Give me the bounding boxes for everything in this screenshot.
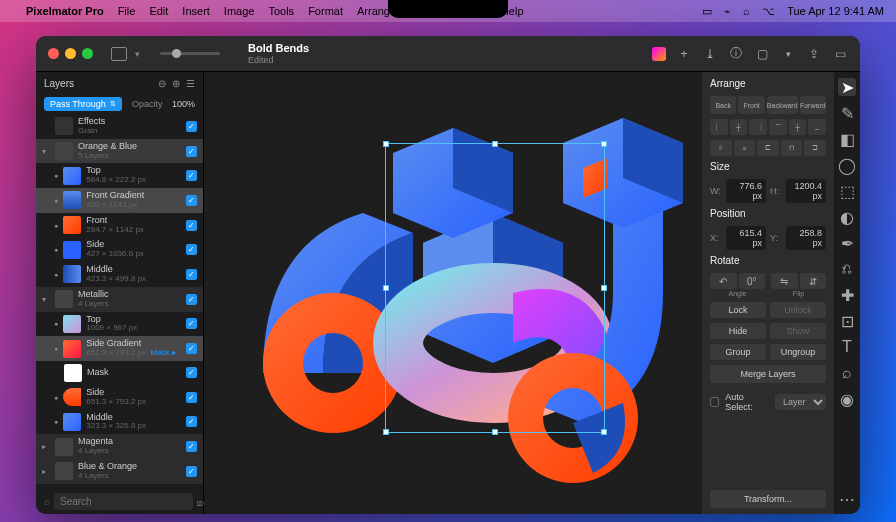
menu-edit[interactable]: Edit — [149, 5, 168, 17]
zoom-slider[interactable] — [160, 52, 220, 55]
visibility-checkbox[interactable]: ✓ — [186, 441, 197, 452]
lock-button[interactable]: Lock — [710, 302, 766, 318]
menu-file[interactable]: File — [118, 5, 136, 17]
visibility-checkbox[interactable]: ✓ — [186, 146, 197, 157]
selection-tool-icon[interactable]: ⬚ — [838, 182, 856, 200]
app-menu[interactable]: Pixelmator Pro — [26, 5, 104, 17]
shape-tool-icon[interactable]: ◯ — [838, 156, 856, 174]
visibility-checkbox[interactable]: ✓ — [186, 121, 197, 132]
layer-row[interactable]: ▸ Magenta 4 Layers ✓ — [36, 434, 203, 459]
battery-icon[interactable]: ▭ — [702, 5, 712, 18]
fill-tool-icon[interactable]: ◐ — [838, 208, 856, 226]
align-center-v-button[interactable]: ┼ — [789, 119, 807, 135]
crop-icon[interactable]: ▢ — [754, 46, 770, 62]
group-button[interactable]: Group — [710, 344, 766, 360]
arrange-tool-icon[interactable]: ➤ — [838, 78, 856, 96]
disclosure-icon[interactable]: ▾ — [42, 147, 50, 156]
layer-search-input[interactable] — [54, 493, 193, 510]
visibility-checkbox[interactable]: ✓ — [186, 343, 197, 354]
layer-row[interactable]: ▾ Metallic 4 Layers ✓ — [36, 287, 203, 312]
layers-filter-icon[interactable]: ⊖ — [158, 78, 166, 89]
zoom-tool-icon[interactable]: ⌕ — [838, 364, 856, 382]
merge-button[interactable]: Merge Layers — [710, 365, 826, 383]
visibility-checkbox[interactable]: ✓ — [186, 392, 197, 403]
order-forward-button[interactable]: Forward — [800, 96, 826, 114]
visibility-checkbox[interactable]: ✓ — [186, 195, 197, 206]
inspector-toggle-icon[interactable]: ▭ — [832, 46, 848, 62]
disclosure-icon[interactable]: ▸ — [42, 442, 50, 451]
visibility-checkbox[interactable]: ✓ — [186, 466, 197, 477]
flip-h-button[interactable]: ⇋ — [771, 273, 798, 289]
search-icon[interactable]: ⌕ — [743, 5, 750, 17]
layer-row[interactable]: Effects Grain ✓ — [36, 114, 203, 139]
menu-format[interactable]: Format — [308, 5, 343, 17]
disclosure-icon[interactable]: ▸ — [42, 467, 50, 476]
flip-v-button[interactable]: ⇵ — [800, 273, 827, 289]
menu-image[interactable]: Image — [224, 5, 255, 17]
layer-row[interactable]: ● Front 284.7 × 1142 px ✓ — [36, 213, 203, 238]
erase-tool-icon[interactable]: ◧ — [838, 130, 856, 148]
visibility-checkbox[interactable]: ✓ — [186, 269, 197, 280]
wifi-icon[interactable]: ⌁ — [724, 5, 731, 18]
share-icon[interactable]: ⇪ — [806, 46, 822, 62]
distribute-v-button[interactable]: ≡ — [734, 140, 756, 156]
pen-tool-icon[interactable]: ✒ — [838, 234, 856, 252]
auto-select-checkbox[interactable] — [710, 397, 719, 407]
distribute-h-button[interactable]: ⦀ — [710, 140, 732, 156]
y-field[interactable]: 258.8 px — [786, 226, 826, 250]
layer-row[interactable]: ▾ Orange & Blue 5 Layers ✓ — [36, 139, 203, 164]
opacity-value[interactable]: 100% — [172, 99, 195, 109]
layer-row[interactable]: ● Top 1009 × 967 px ✓ — [36, 312, 203, 337]
transform-button[interactable]: Transform... — [710, 490, 826, 508]
distribute-center-button[interactable]: ⊓ — [781, 140, 803, 156]
rotate-angle-field[interactable]: 0° — [739, 273, 766, 289]
order-front-button[interactable]: Front — [738, 96, 764, 114]
align-right-button[interactable]: ⎹ — [749, 119, 767, 135]
layer-row[interactable]: ● Middle 423.3 × 499.8 px ✓ — [36, 262, 203, 287]
order-back-button[interactable]: Back — [710, 96, 736, 114]
layer-row[interactable]: ● Side 651.3 × 793.2 px ✓ — [36, 385, 203, 410]
chevron-down-icon[interactable]: ▾ — [780, 46, 796, 62]
distribute-left-button[interactable]: ⊏ — [757, 140, 779, 156]
minimize-button[interactable] — [65, 48, 76, 59]
sidebar-toggle-icon[interactable] — [111, 47, 127, 61]
hide-button[interactable]: Hide — [710, 323, 766, 339]
visibility-checkbox[interactable]: ✓ — [186, 367, 197, 378]
visibility-checkbox[interactable]: ✓ — [186, 318, 197, 329]
layer-row[interactable]: ● Side Gradient 651.3 × 793.2 px Mask ▸ … — [36, 336, 203, 361]
menubar-clock[interactable]: Tue Apr 12 9:41 AM — [787, 5, 884, 17]
canvas[interactable] — [204, 72, 702, 514]
type-tool-icon[interactable]: T — [838, 338, 856, 356]
width-field[interactable]: 776.6 px — [726, 179, 766, 203]
layer-row[interactable]: ● Middle 323.3 × 326.8 px ✓ — [36, 410, 203, 435]
order-backward-button[interactable]: Backward — [767, 96, 798, 114]
visibility-checkbox[interactable]: ✓ — [186, 220, 197, 231]
add-icon[interactable]: + — [676, 46, 692, 62]
layers-menu-icon[interactable]: ☰ — [186, 78, 195, 89]
layer-row[interactable]: Mask ✓ — [36, 361, 203, 385]
more-tools-icon[interactable]: ⋯ — [838, 490, 856, 508]
export-icon[interactable]: ⤓ — [702, 46, 718, 62]
align-left-button[interactable]: ⎸ — [710, 119, 728, 135]
layer-row[interactable]: ● Front Gradient 420 × 1143 px ✓ — [36, 188, 203, 213]
distribute-right-button[interactable]: ⊐ — [804, 140, 826, 156]
blend-mode-select[interactable]: Pass Through ⇅ — [44, 97, 122, 111]
visibility-checkbox[interactable]: ✓ — [186, 416, 197, 427]
visibility-checkbox[interactable]: ✓ — [186, 244, 197, 255]
layer-row[interactable]: ● Side 427 × 1036.6 px ✓ — [36, 237, 203, 262]
layer-row[interactable]: ● Top 584.8 × 222.2 px ✓ — [36, 163, 203, 188]
control-center-icon[interactable]: ⌥ — [762, 5, 775, 18]
layers-add-icon[interactable]: ⊕ — [172, 78, 180, 89]
crop-tool-icon[interactable]: ⊡ — [838, 312, 856, 330]
menu-insert[interactable]: Insert — [182, 5, 210, 17]
visibility-checkbox[interactable]: ✓ — [186, 170, 197, 181]
x-field[interactable]: 615.4 px — [726, 226, 766, 250]
height-field[interactable]: 1200.4 px — [786, 179, 826, 203]
clone-tool-icon[interactable]: ⎌ — [838, 260, 856, 278]
rotate-ccw-button[interactable]: ↶ — [710, 273, 737, 289]
show-button[interactable]: Show — [770, 323, 826, 339]
repair-tool-icon[interactable]: ✚ — [838, 286, 856, 304]
align-bottom-button[interactable]: ⎽ — [808, 119, 826, 135]
ungroup-button[interactable]: Ungroup — [770, 344, 826, 360]
disclosure-icon[interactable]: ▾ — [42, 295, 50, 304]
